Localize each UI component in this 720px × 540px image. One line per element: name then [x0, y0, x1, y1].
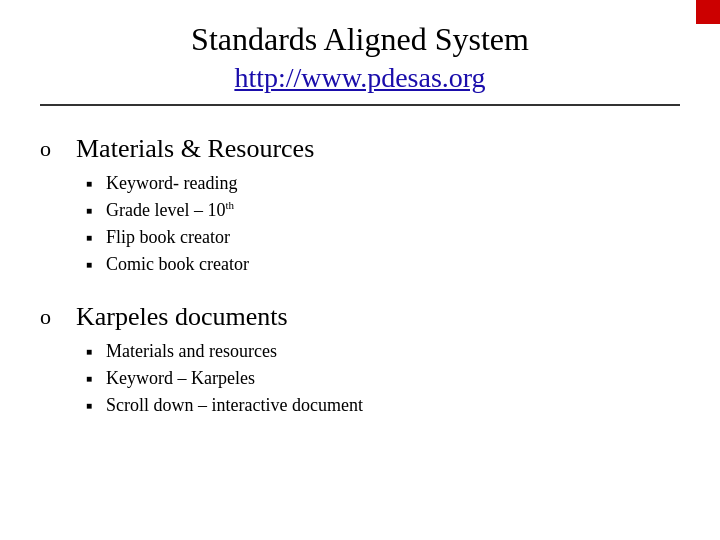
subtitle-link: http://www.pdesas.org [40, 62, 680, 94]
sub-bullet-icon: ■ [86, 371, 96, 386]
list-item: ■ Comic book creator [86, 251, 680, 278]
header: Standards Aligned System http://www.pdes… [40, 20, 680, 106]
sub-bullet-icon: ■ [86, 230, 96, 245]
item-text: Flip book creator [106, 224, 230, 251]
list-item: ■ Scroll down – interactive document [86, 392, 680, 419]
outer-bullet-materials: o [40, 136, 60, 162]
item-text: Materials and resources [106, 338, 277, 365]
sub-bullet-icon: ■ [86, 257, 96, 272]
sub-bullet-icon: ■ [86, 344, 96, 359]
section-materials: o Materials & Resources ■ Keyword- readi… [40, 134, 680, 278]
karpeles-list: ■ Materials and resources ■ Keyword – Ka… [76, 338, 680, 419]
materials-list: ■ Keyword- reading ■ Grade level – 10th … [76, 170, 680, 278]
sub-bullet-icon: ■ [86, 176, 96, 191]
sub-bullet-icon: ■ [86, 203, 96, 218]
corner-decoration [696, 0, 720, 24]
main-title: Standards Aligned System [40, 20, 680, 58]
item-text: Keyword – Karpeles [106, 365, 255, 392]
sub-bullet-icon: ■ [86, 398, 96, 413]
section-content-materials: Materials & Resources ■ Keyword- reading… [76, 134, 680, 278]
section-karpeles: o Karpeles documents ■ Materials and res… [40, 302, 680, 419]
item-text: Grade level – 10th [106, 197, 234, 224]
slide: Standards Aligned System http://www.pdes… [0, 0, 720, 540]
outer-bullet-karpeles: o [40, 304, 60, 330]
item-text: Comic book creator [106, 251, 249, 278]
section-content-karpeles: Karpeles documents ■ Materials and resou… [76, 302, 680, 419]
content: o Materials & Resources ■ Keyword- readi… [40, 124, 680, 510]
item-text: Scroll down – interactive document [106, 392, 363, 419]
list-item: ■ Grade level – 10th [86, 197, 680, 224]
list-item: ■ Materials and resources [86, 338, 680, 365]
section-title-materials: Materials & Resources [76, 134, 680, 164]
item-text: Keyword- reading [106, 170, 237, 197]
list-item: ■ Flip book creator [86, 224, 680, 251]
list-item: ■ Keyword- reading [86, 170, 680, 197]
section-title-karpeles: Karpeles documents [76, 302, 680, 332]
list-item: ■ Keyword – Karpeles [86, 365, 680, 392]
